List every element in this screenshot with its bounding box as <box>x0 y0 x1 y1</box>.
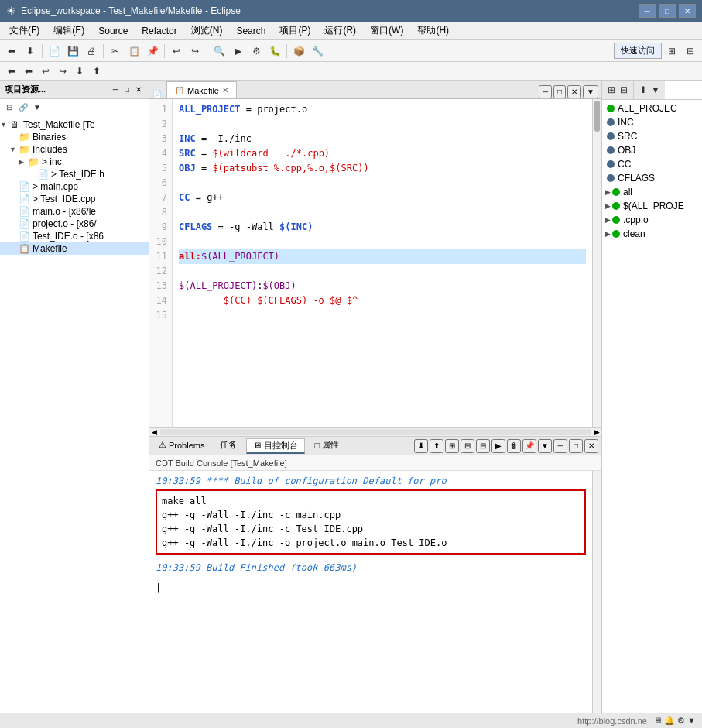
panel-maximize-btn[interactable]: □ <box>122 84 132 94</box>
outline-item-9[interactable]: ▶clean <box>602 227 702 241</box>
console-scroll-up[interactable]: ⬆ <box>430 439 443 453</box>
toolbar-btn-11[interactable]: 🔍 <box>211 43 228 60</box>
editor-menu-btn[interactable]: ▼ <box>583 85 598 98</box>
code-line-9[interactable]: CFLAGS = -g -Wall $(INC) <box>179 220 586 235</box>
menu-item-r[interactable]: 运行(R) <box>318 22 362 39</box>
toolbar2-btn-6[interactable]: ⬆ <box>88 63 105 80</box>
console-maximize-btn[interactable]: □ <box>569 439 583 453</box>
tree-item-0[interactable]: ▼🖥Test_Makefile [Te <box>0 118 149 131</box>
console-btn-4[interactable]: ⊟ <box>461 439 474 453</box>
code-line-5[interactable]: OBJ = $(patsubst %.cpp,%.o,$(SRC)) <box>179 161 586 176</box>
code-line-2[interactable] <box>179 117 586 132</box>
menu-item-refactor[interactable]: Refactor <box>135 22 183 39</box>
editor-close-btn[interactable]: ✕ <box>567 85 581 98</box>
tree-item-4[interactable]: 📄> Test_IDE.h <box>0 168 149 180</box>
tree-item-6[interactable]: 📄> Test_IDE.cpp <box>0 193 149 205</box>
code-line-10[interactable] <box>179 235 586 249</box>
toolbar-btn-6[interactable]: ✂ <box>107 43 124 60</box>
code-content[interactable]: ALL_PROJECT = project.o INC = -I./incSRC… <box>173 99 592 427</box>
tree-item-7[interactable]: 📄main.o - [x86/le <box>0 205 149 218</box>
code-line-11[interactable]: all:$(ALL_PROJECT) <box>179 249 586 264</box>
toolbar-btn-2[interactable]: ⬇ <box>22 43 39 60</box>
toolbar2-btn-1[interactable]: ⬅ <box>3 63 20 80</box>
menu-item-n[interactable]: 浏览(N) <box>185 22 229 39</box>
code-line-14[interactable]: $(CC) $(CFLAGS) -o $@ $^ <box>179 294 586 308</box>
outline-item-0[interactable]: ALL_PROJEC <box>602 101 702 115</box>
outline-item-6[interactable]: ▶all <box>602 185 702 199</box>
outline-btn4[interactable]: ▼ <box>649 84 662 96</box>
toolbar2-btn-5[interactable]: ⬇ <box>71 63 88 80</box>
hscroll-left-arrow[interactable]: ◀ <box>149 428 159 436</box>
maximize-button[interactable]: □ <box>659 4 676 18</box>
tree-item-2[interactable]: ▼📁Includes <box>0 143 149 156</box>
toolbar2-btn-3[interactable]: ↩ <box>37 63 54 80</box>
outline-btn3[interactable]: ⬆ <box>637 84 649 96</box>
toolbar-btn-17[interactable]: ⊞ <box>663 43 680 60</box>
toolbar-btn-4[interactable]: 💾 <box>64 43 81 60</box>
outline-btn2[interactable]: ⊟ <box>618 84 630 96</box>
tree-item-10[interactable]: 📋Makefile <box>0 242 149 255</box>
outline-item-8[interactable]: ▶.cpp.o <box>602 213 702 227</box>
console-menu-btn[interactable]: ▼ <box>538 439 552 453</box>
outline-item-2[interactable]: SRC <box>602 129 702 143</box>
editor-scrollbar-vertical[interactable] <box>592 99 601 427</box>
toolbar-btn-3[interactable]: 📄 <box>46 43 63 60</box>
editor-tab-makefile[interactable]: 📋 Makefile ✕ <box>166 81 237 98</box>
hscroll-right-arrow[interactable]: ▶ <box>592 428 601 436</box>
tree-item-3[interactable]: ▶📁> inc <box>0 156 149 168</box>
console-scroll-down[interactable]: ⬇ <box>414 439 428 453</box>
code-line-4[interactable]: SRC = $(wildcard ./*.cpp) <box>179 146 586 161</box>
tree-item-5[interactable]: 📄> main.cpp <box>0 180 149 193</box>
code-line-7[interactable]: CC = g++ <box>179 191 586 205</box>
toolbar-btn-14[interactable]: 🐛 <box>266 43 283 60</box>
menu-item-source[interactable]: Source <box>92 22 134 39</box>
code-line-15[interactable] <box>179 308 586 323</box>
toolbar-btn-13[interactable]: ⚙ <box>248 43 265 60</box>
editor-maximize-btn[interactable]: □ <box>553 85 566 98</box>
menu-item-f[interactable]: 文件(F) <box>3 22 46 39</box>
outline-item-1[interactable]: INC <box>602 115 702 129</box>
outline-btn1[interactable]: ⊞ <box>605 84 618 96</box>
menu-item-w[interactable]: 窗口(W) <box>364 22 409 39</box>
console-clear-btn[interactable]: 🗑 <box>507 439 521 453</box>
toolbar2-btn-4[interactable]: ↪ <box>54 63 71 80</box>
outline-item-5[interactable]: CFLAGS <box>602 171 702 185</box>
console-tab-problems[interactable]: ⚠ Problems <box>152 438 211 454</box>
panel-close-btn[interactable]: ✕ <box>133 84 144 94</box>
code-line-6[interactable] <box>179 176 586 191</box>
console-scrollbar-v[interactable] <box>592 471 601 719</box>
console-tab-tasks[interactable]: 任务 <box>214 438 243 454</box>
toolbar-btn-9[interactable]: ↩ <box>168 43 185 60</box>
tree-item-8[interactable]: 📄project.o - [x86/ <box>0 218 149 230</box>
menu-item-e[interactable]: 编辑(E) <box>47 22 91 39</box>
toolbar-btn-12[interactable]: ▶ <box>229 43 246 60</box>
outline-item-3[interactable]: OBJ <box>602 143 702 157</box>
console-close-btn[interactable]: ✕ <box>584 439 598 453</box>
toolbar-btn-16[interactable]: 🔧 <box>309 43 326 60</box>
console-btn-5[interactable]: ⊟ <box>476 439 490 453</box>
tree-item-9[interactable]: 📄Test_IDE.o - [x86 <box>0 230 149 242</box>
code-line-12[interactable] <box>179 264 586 279</box>
toolbar-btn-18[interactable]: ⊟ <box>682 43 699 60</box>
toolbar-btn-5[interactable]: 🖨 <box>83 43 100 60</box>
code-line-1[interactable]: ALL_PROJECT = project.o <box>179 102 586 117</box>
hscroll-track[interactable] <box>160 429 591 435</box>
outline-item-7[interactable]: ▶$(ALL_PROJE <box>602 199 702 213</box>
toolbar-btn-7[interactable]: 📋 <box>125 43 142 60</box>
editor-scrollbar-horizontal[interactable]: ◀ ▶ <box>149 427 601 436</box>
console-tab-console[interactable]: 🖥 目控制台 <box>246 438 305 454</box>
console-pin-btn[interactable]: 📌 <box>522 439 536 453</box>
panel-minimize-btn[interactable]: ─ <box>111 84 121 94</box>
code-line-13[interactable]: $(ALL_PROJECT):$(OBJ) <box>179 279 586 294</box>
toolbar-btn-1[interactable]: ⬅ <box>3 43 20 60</box>
scrollbar-thumb[interactable] <box>594 101 600 132</box>
menu-item-p[interactable]: 项目(P) <box>273 22 317 39</box>
console-minimize-btn[interactable]: ─ <box>553 439 567 453</box>
code-line-3[interactable]: INC = -I./inc <box>179 132 586 146</box>
tree-item-1[interactable]: 📁Binaries <box>0 131 149 143</box>
code-line-8[interactable] <box>179 205 586 220</box>
toolbar-btn-8[interactable]: 📌 <box>144 43 161 60</box>
menu-item-search[interactable]: Search <box>230 22 272 39</box>
outline-item-4[interactable]: CC <box>602 157 702 171</box>
console-btn-3[interactable]: ⊞ <box>445 439 459 453</box>
